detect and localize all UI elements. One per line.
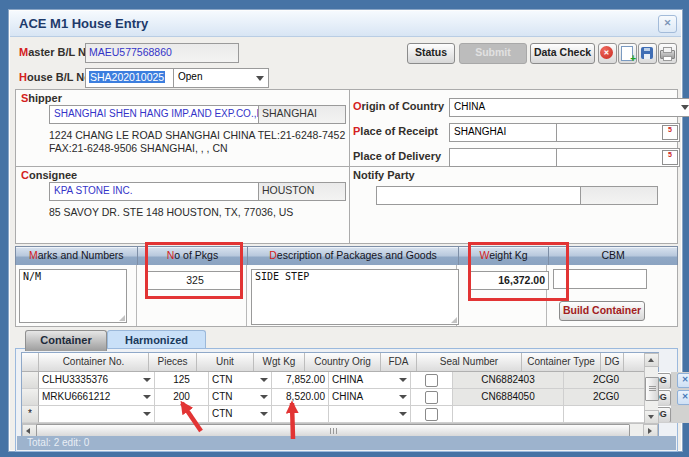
pieces-cell[interactable] [155,406,209,423]
scroll-up-button[interactable] [644,353,659,367]
seal-number-cell[interactable]: CN6884050 [453,389,564,406]
unit-value: CTN [212,391,233,402]
pieces-cell[interactable]: 125 [155,372,209,389]
chevron-down-icon [143,395,151,399]
container-no-cell[interactable]: MRKU6661212 [39,389,155,406]
tab-harmonized[interactable]: Harmonized [107,330,206,350]
seal-number-cell[interactable]: CN6882403 [453,372,564,389]
horizontal-scrollbar[interactable] [22,423,658,437]
weight-field[interactable]: 16,372.00 [469,271,549,290]
unit-cell[interactable]: CTN [209,372,272,389]
container-no-cell[interactable]: CLHU3335376 [39,372,155,389]
fda-column-header[interactable]: FDA [381,353,417,371]
plus-icon: + [630,54,636,64]
wgt-kg-cell[interactable]: 7,852.00 [272,372,329,389]
seal-number-column-header[interactable]: Seal Number [417,353,522,371]
description-textarea[interactable]: SIDE STEP [251,269,459,325]
calendar-day: 5 [663,126,677,134]
resize-grip-icon[interactable] [451,317,457,323]
container-no-value: CLHU3335376 [42,374,108,385]
house-status-dropdown[interactable]: Open [173,68,269,88]
house-bl-field[interactable]: SHA202010025 [85,68,175,88]
container-type-cell[interactable]: 2CG0 [564,389,649,406]
marks-textarea[interactable]: N/M [19,269,127,323]
consignee-address: 85 SAVOY DR. STE 148 HOUSTON, TX, 77036,… [49,206,293,218]
notify-city-field [580,186,658,205]
wgt-kg-cell[interactable]: 8,520.00 [272,389,329,406]
shipper-dropdown[interactable]: SHANGHAI SHEN HANG IMP.AND EXP.CO.,LTD [49,105,273,124]
delete-row-icon[interactable]: ✕ [677,373,689,388]
delivery-date-field[interactable]: 5 [556,148,680,167]
delete-button[interactable]: ✕ [598,43,617,64]
cbm-field[interactable] [553,269,647,289]
pieces-cell[interactable]: 200 [155,389,209,406]
pkgs-header: No of Pkgs [138,247,249,266]
build-container-button[interactable]: Build Container [559,301,645,321]
vertical-scroll-thumb[interactable] [645,377,659,401]
container-no-cell[interactable] [39,406,155,423]
container-grid: Container No. Pieces Unit Wgt Kg Country… [21,352,659,438]
description-value: SIDE STEP [255,271,309,282]
resize-grip-icon[interactable] [119,315,125,321]
chevron-down-icon [399,378,407,382]
selector-column-header[interactable] [22,353,39,371]
container-no-column-header[interactable]: Container No. [39,353,149,371]
fda-checkbox[interactable] [425,391,438,404]
vertical-scrollbar[interactable] [644,353,658,424]
place-of-receipt-dropdown[interactable]: SHANGHAI [449,123,571,142]
unit-value: CTN [212,374,233,385]
print-button[interactable] [658,43,677,64]
container-tab-panel: Container No. Pieces Unit Wgt Kg Country… [15,348,678,452]
calendar-icon[interactable]: 5 [662,125,678,140]
origin-of-country-dropdown[interactable]: CHINA [449,98,689,117]
country-orig-column-header[interactable]: Country Orig [305,353,381,371]
save-icon [641,47,653,59]
notify-party-dropdown[interactable] [376,186,596,205]
country-orig-value: CHINA [332,391,363,402]
row-selector[interactable] [22,372,39,389]
grid-status-bar: Total: 2 edit: 0 [17,436,676,450]
country-orig-cell[interactable]: CHINA [329,389,411,406]
row-selector[interactable]: * [22,406,39,423]
chevron-down-icon [260,412,268,416]
data-check-button[interactable]: Data Check [530,43,595,64]
fda-checkbox[interactable] [425,374,438,387]
consignee-dropdown[interactable]: KPA STONE INC. [49,182,273,201]
new-document-button[interactable]: + [618,43,637,64]
close-icon[interactable]: ✕ [658,15,677,33]
unit-cell[interactable]: CTN [209,389,272,406]
scroll-down-button[interactable] [644,410,659,424]
country-orig-cell[interactable]: CHINA [329,372,411,389]
marks-header: Marks and Numbers [16,247,138,266]
house-bl-label: House B/L No. [19,71,94,83]
pieces-column-header[interactable]: Pieces [149,353,197,371]
shipper-label: Shipper [21,92,62,104]
country-orig-cell[interactable] [329,406,411,423]
place-of-receipt-label: Place of Receipt [353,125,438,137]
container-type-cell[interactable] [564,406,649,423]
container-type-cell[interactable]: 2CG0 [564,372,649,389]
table-row-new: * CTN [22,406,658,423]
cbm-header: CBM [549,247,677,266]
pkgs-field[interactable]: 325 [147,271,243,290]
country-orig-value: CHINA [332,374,363,385]
unit-cell[interactable]: CTN [209,406,272,423]
receipt-date-field[interactable]: 5 [556,123,680,142]
fda-checkbox[interactable] [425,408,438,421]
save-button[interactable] [638,43,657,64]
tab-container[interactable]: Container [25,330,107,351]
dg-column-header[interactable]: DG [601,353,624,371]
status-button[interactable]: Status [407,43,455,64]
container-type-column-header[interactable]: Container Type [522,353,601,371]
row-selector[interactable] [22,389,39,406]
calendar-icon[interactable]: 5 [662,150,678,165]
master-bl-field[interactable]: MAEU577568860 [85,43,239,63]
consignee-city-field: HOUSTON [258,182,346,201]
delete-row-icon[interactable]: ✕ [677,390,689,405]
unit-column-header[interactable]: Unit [197,353,254,371]
weight-header: Weight Kg [459,247,550,266]
wgt-kg-cell[interactable] [272,406,329,423]
wgt-kg-column-header[interactable]: Wgt Kg [254,353,305,371]
seal-number-cell[interactable] [453,406,564,423]
place-of-delivery-dropdown[interactable] [449,148,571,167]
